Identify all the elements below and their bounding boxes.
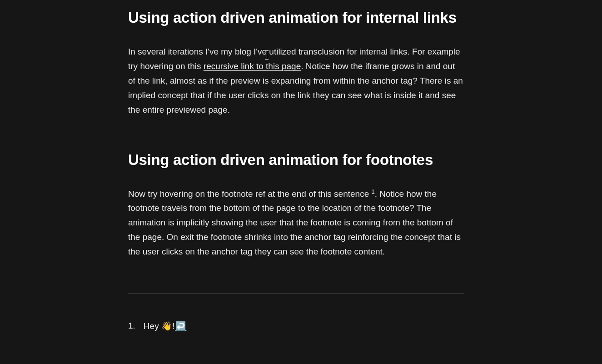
paragraph-internal-links: In several iterations I've my blog I've …	[128, 45, 464, 117]
footnote-back-link[interactable]: ↩️	[175, 321, 186, 331]
footnote-list: 1. Hey 👋!↩️	[128, 321, 464, 331]
text-fragment: . Notice how the footnote travels from t…	[128, 189, 461, 257]
paragraph-footnotes: Now try hovering on the footnote ref at …	[128, 187, 464, 259]
heading-internal-links: Using action driven animation for intern…	[128, 9, 464, 26]
section-footnotes: Using action driven animation for footno…	[128, 151, 464, 259]
footnote-item: Hey 👋!↩️	[144, 321, 186, 331]
heading-footnotes: Using action driven animation for footno…	[128, 151, 464, 169]
text-fragment: Now try hovering on the footnote ref at …	[128, 189, 372, 199]
footnote-ref[interactable]: 1	[372, 188, 375, 194]
divider	[128, 293, 464, 294]
footnote-text: Hey 👋!	[144, 321, 174, 331]
recursive-link[interactable]: recursive link to this page	[204, 61, 301, 71]
footnote-number: 1.	[128, 321, 135, 331]
section-internal-links: Using action driven animation for intern…	[128, 9, 464, 117]
